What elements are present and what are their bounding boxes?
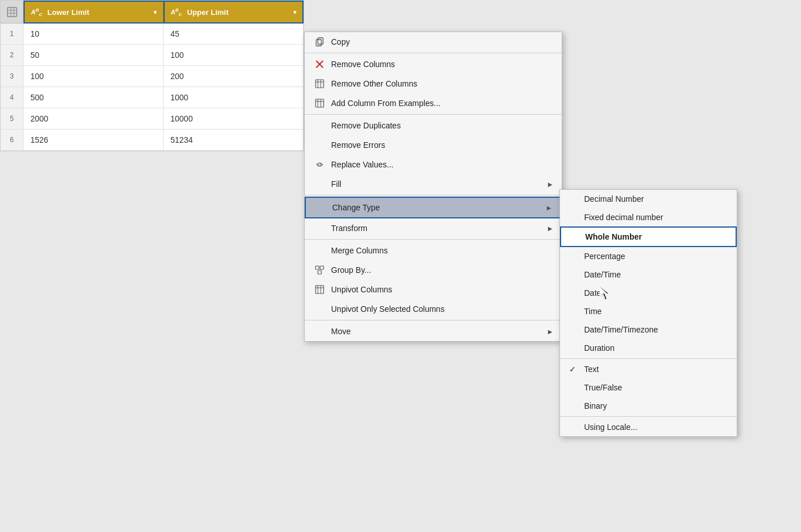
menu-label-remove-errors: Remove Errors — [331, 140, 553, 150]
check-truefalse — [569, 383, 580, 392]
svg-rect-6 — [316, 40, 321, 46]
menu-item-unpivot-selected[interactable]: Unpivot Only Selected Columns — [305, 299, 562, 319]
svg-rect-13 — [316, 99, 324, 107]
menu-item-copy[interactable]: Copy — [305, 32, 562, 52]
submenu-item-text[interactable]: ✓ Text — [560, 360, 737, 378]
replace-values-icon: ↺ — [314, 159, 325, 170]
menu-label-fill: Fill — [331, 179, 542, 189]
submenu-item-date[interactable]: Date — [560, 284, 737, 302]
row-num-5: 5 — [1, 108, 24, 129]
submenu-item-percentage[interactable]: Percentage — [560, 247, 737, 265]
svg-rect-20 — [318, 271, 321, 274]
cell-upper-1: 45 — [164, 24, 304, 44]
unpivot-selected-icon — [314, 303, 325, 315]
menu-item-move[interactable]: Move ▶ — [305, 322, 562, 341]
check-time — [569, 307, 580, 316]
remove-other-columns-icon — [314, 78, 325, 89]
submenu-separator-1 — [560, 358, 737, 359]
submenu-item-truefalse[interactable]: True/False — [560, 378, 737, 397]
context-menu: Copy Remove Columns Remove Other Columns… — [304, 32, 562, 342]
submenu-label-decimal-number: Decimal Number — [584, 194, 644, 204]
menu-separator-4 — [305, 239, 562, 240]
cell-lower-5: 2000 — [24, 108, 164, 129]
remove-duplicates-icon — [314, 120, 325, 131]
check-whole — [570, 232, 581, 241]
table-row: 3 100 200 — [1, 66, 304, 87]
submenu-label-text: Text — [584, 365, 599, 374]
col-type-upper: ABC — [169, 7, 184, 18]
check-fixed — [569, 213, 580, 222]
table-row: 2 50 100 — [1, 45, 304, 66]
menu-item-fill[interactable]: Fill ▶ — [305, 174, 562, 194]
data-table: ABC Lower Limit ▼ ABC Upper Limit ▼ 1 10… — [0, 0, 304, 151]
submenu-item-binary[interactable]: Binary — [560, 397, 737, 415]
transform-icon — [314, 222, 325, 234]
submenu-label-binary: Binary — [584, 401, 607, 410]
svg-rect-0 — [7, 7, 17, 17]
add-column-icon — [314, 97, 325, 109]
check-datetimetimezone — [569, 325, 580, 334]
submenu-item-whole-number[interactable]: Whole Number — [560, 226, 737, 247]
menu-item-unpivot-columns[interactable]: Unpivot Columns — [305, 280, 562, 299]
menu-item-remove-errors[interactable]: Remove Errors — [305, 135, 562, 155]
menu-label-group-by: Group By... — [331, 265, 553, 275]
menu-item-remove-duplicates[interactable]: Remove Duplicates — [305, 116, 562, 135]
col-header-lower[interactable]: ABC Lower Limit ▼ — [24, 1, 164, 24]
table-icon — [7, 7, 17, 17]
menu-item-merge-columns[interactable]: Merge Columns — [305, 241, 562, 260]
col-dropdown-lower[interactable]: ▼ — [153, 9, 158, 15]
group-by-icon — [314, 264, 325, 276]
menu-item-remove-columns[interactable]: Remove Columns — [305, 54, 562, 74]
menu-label-remove-other-columns: Remove Other Columns — [331, 79, 553, 88]
menu-label-remove-columns: Remove Columns — [331, 60, 553, 69]
submenu-item-datetime[interactable]: Date/Time — [560, 265, 737, 284]
check-binary — [569, 401, 580, 410]
cell-upper-3: 200 — [164, 66, 304, 87]
check-using-locale — [569, 423, 580, 432]
menu-item-group-by[interactable]: Group By... — [305, 260, 562, 280]
row-num-3: 3 — [1, 66, 24, 87]
remove-columns-icon — [314, 58, 325, 70]
merge-columns-icon — [314, 245, 325, 256]
col-label-upper: Upper Limit — [187, 8, 289, 17]
menu-label-copy: Copy — [331, 37, 553, 46]
check-text: ✓ — [569, 365, 580, 374]
menu-label-unpivot-columns: Unpivot Columns — [331, 285, 553, 294]
menu-item-replace-values[interactable]: ↺ Replace Values... — [305, 155, 562, 174]
check-percentage — [569, 252, 580, 261]
transform-arrow: ▶ — [548, 225, 553, 232]
svg-rect-5 — [318, 38, 323, 44]
submenu-label-using-locale: Using Locale... — [584, 423, 637, 432]
menu-item-remove-other-columns[interactable]: Remove Other Columns — [305, 74, 562, 93]
menu-item-add-column-examples[interactable]: Add Column From Examples... — [305, 93, 562, 113]
check-duration — [569, 343, 580, 353]
submenu-label-datetimetimezone: Date/Time/Timezone — [584, 325, 658, 334]
row-num-1: 1 — [1, 24, 24, 44]
menu-item-transform[interactable]: Transform ▶ — [305, 218, 562, 238]
col-dropdown-upper[interactable]: ▼ — [292, 9, 298, 15]
menu-item-change-type[interactable]: Change Type ▶ — [305, 197, 562, 218]
table-header: ABC Lower Limit ▼ ABC Upper Limit ▼ — [1, 1, 304, 24]
fill-icon — [314, 178, 325, 190]
cell-lower-3: 100 — [24, 66, 164, 87]
submenu-item-fixed-decimal[interactable]: Fixed decimal number — [560, 208, 737, 226]
col-header-upper[interactable]: ABC Upper Limit ▼ — [164, 1, 304, 24]
submenu-item-time[interactable]: Time — [560, 302, 737, 320]
unpivot-columns-icon — [314, 284, 325, 295]
change-type-arrow: ▶ — [547, 205, 551, 211]
submenu-item-using-locale[interactable]: Using Locale... — [560, 418, 737, 436]
cell-upper-5: 10000 — [164, 108, 304, 129]
check-datetime — [569, 270, 580, 279]
submenu-item-decimal-number[interactable]: Decimal Number — [560, 190, 737, 208]
submenu-label-truefalse: True/False — [584, 383, 622, 392]
table-body: 1 10 45 2 50 100 3 100 200 4 500 1000 5 … — [1, 24, 304, 151]
submenu-item-duration[interactable]: Duration — [560, 339, 737, 357]
table-row: 6 1526 51234 — [1, 130, 304, 151]
submenu-item-datetimetimezone[interactable]: Date/Time/Timezone — [560, 320, 737, 339]
check-decimal — [569, 194, 580, 204]
cell-lower-4: 500 — [24, 87, 164, 108]
svg-text:↺: ↺ — [318, 163, 321, 167]
submenu-label-date: Date — [584, 288, 601, 298]
col-label-lower: Lower Limit — [48, 8, 149, 17]
menu-label-replace-values: Replace Values... — [331, 160, 553, 169]
